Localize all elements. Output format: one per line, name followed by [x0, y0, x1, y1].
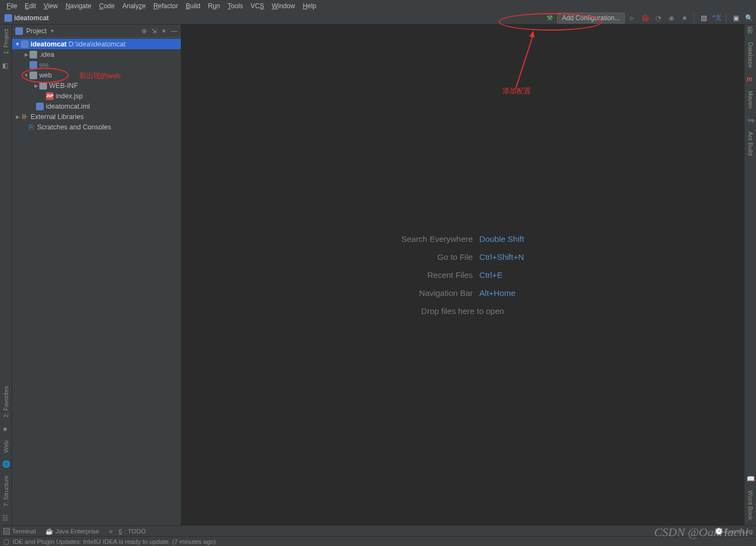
menu-build[interactable]: Build: [182, 1, 204, 11]
coverage-icon[interactable]: ◔: [652, 12, 664, 24]
locate-icon[interactable]: ⊕: [141, 27, 147, 35]
menu-window[interactable]: Window: [268, 1, 298, 11]
translate-icon[interactable]: ᴬ文: [711, 12, 723, 24]
bottom-tool-bar: Terminal ☕Java Enterprise 6: TODO 🕑 Even…: [0, 525, 756, 536]
menu-bar: File Edit View Navigate Code Analyze Ref…: [0, 0, 756, 11]
bottom-java-enterprise[interactable]: ☕Java Enterprise: [45, 527, 99, 535]
right-tab-wordbook[interactable]: Word Book: [747, 488, 754, 522]
bottom-eventlog[interactable]: 🕑 Event Log: [715, 527, 753, 535]
tree-label: WEB-INF: [49, 82, 78, 90]
project-structure-icon[interactable]: ▤: [698, 12, 710, 24]
right-tab-ant[interactable]: Ant Build: [747, 129, 754, 158]
profiler-icon[interactable]: ◉: [665, 12, 677, 24]
run-icon[interactable]: ▶: [626, 12, 638, 24]
expand-all-icon[interactable]: ⇲: [151, 27, 157, 35]
tree-webinf-folder[interactable]: ▶ WEB-INF: [12, 80, 181, 91]
jsp-icon: JSP: [46, 92, 54, 100]
tree-label: .idea: [39, 51, 54, 58]
star-icon: ★: [2, 425, 10, 433]
project-tool-window: Project ▼ ⊕ ⇲ ✶ — ▼ ideatomcat D:\idea\i…: [12, 25, 181, 525]
tree-root-name: ideatomcat: [31, 40, 67, 48]
tree-idea-folder[interactable]: ▶ .idea: [12, 49, 181, 60]
iml-icon: [36, 103, 44, 110]
tree-iml[interactable]: ideatomcat.iml: [12, 101, 181, 111]
tree-indexjsp[interactable]: JSP index.jsp: [12, 91, 181, 101]
hint-navbar-label: Navigation Bar: [401, 288, 473, 298]
menu-run[interactable]: Run: [205, 1, 223, 11]
tree-scratches[interactable]: ⎘ Scratches and Consoles: [12, 122, 181, 132]
project-view-icon: [15, 27, 23, 35]
build-icon[interactable]: ⚒: [544, 12, 556, 24]
status-message: IDE and Plugin Updates: IntelliJ IDEA is…: [13, 538, 216, 545]
folder-icon: [29, 72, 37, 79]
tree-label: src: [39, 61, 49, 69]
bottom-terminal[interactable]: Terminal: [3, 528, 36, 535]
editor-empty-state: Search Everywhere Double Shift Go to Fil…: [181, 25, 744, 525]
tree-label: ideatomcat.iml: [46, 103, 90, 110]
right-tab-database[interactable]: Database: [747, 40, 754, 70]
menu-file[interactable]: File: [3, 1, 20, 11]
menu-edit[interactable]: Edit: [21, 1, 39, 11]
list-icon: [109, 528, 113, 535]
stop-icon[interactable]: ■: [678, 12, 690, 24]
left-tab-favorites[interactable]: 2: Favorites: [3, 384, 9, 419]
menu-view[interactable]: View: [40, 1, 61, 11]
database-icon: 🗄: [747, 27, 754, 34]
left-tab-web[interactable]: Web: [3, 438, 9, 455]
tree-src-folder[interactable]: src: [12, 60, 181, 70]
status-bar: ▢ IDE and Plugin Updates: IntelliJ IDEA …: [0, 536, 756, 546]
tree-label: web: [39, 72, 52, 79]
tree-label: External Libraries: [31, 113, 84, 121]
menu-tools[interactable]: Tools: [225, 1, 246, 11]
left-tool-strip: 1: Project ◧ 2: Favorites ★ Web 🌐 7: Str…: [0, 25, 12, 525]
tree-label: Scratches and Consoles: [37, 123, 111, 131]
separator: [726, 13, 727, 23]
ide-settings-icon[interactable]: ▣: [730, 12, 742, 24]
breadcrumb-project[interactable]: ideatomcat: [14, 14, 49, 22]
maven-icon: m: [747, 75, 754, 83]
menu-navigate[interactable]: Navigate: [62, 1, 94, 11]
hint-navbar-key: Alt+Home: [480, 288, 524, 298]
menu-help[interactable]: Help: [299, 1, 320, 11]
globe-icon: 🌐: [2, 460, 10, 468]
hint-recent-label: Recent Files: [401, 270, 473, 280]
separator: [694, 13, 694, 23]
search-everywhere-icon[interactable]: 🔍: [743, 12, 755, 24]
chevron-down-icon[interactable]: ▼: [50, 28, 55, 34]
status-window-icon[interactable]: ▢: [3, 538, 9, 545]
project-folder-icon: [4, 14, 12, 22]
tree-web-folder[interactable]: ▼ web: [12, 70, 181, 80]
tree-external-libs[interactable]: ▶⊪ External Libraries: [12, 111, 181, 122]
terminal-icon: [3, 528, 10, 535]
project-view-title[interactable]: Project: [26, 27, 46, 35]
structure-icon: ☷: [2, 514, 10, 522]
debug-icon[interactable]: 🐞: [639, 12, 651, 24]
menu-analyze[interactable]: Analyze: [119, 1, 149, 11]
menu-code[interactable]: Code: [96, 1, 118, 11]
module-icon: [21, 40, 28, 48]
tree-root-path: D:\idea\ideatomcat: [68, 40, 125, 48]
bottom-todo[interactable]: 6: TODO: [109, 528, 146, 535]
folder-icon: [29, 51, 37, 58]
right-tab-maven[interactable]: Maven: [747, 88, 754, 111]
hint-search-key: Double Shift: [480, 234, 524, 244]
bottom-label: Event Log: [724, 528, 753, 535]
bottom-label: Terminal: [12, 528, 36, 535]
add-configuration-button[interactable]: Add Configuration...: [557, 13, 625, 23]
gear-icon[interactable]: ✶: [161, 27, 167, 35]
navigation-bar: ideatomcat ⚒ Add Configuration... ▶ 🐞 ◔ …: [0, 11, 756, 25]
hint-search-label: Search Everywhere: [401, 234, 473, 244]
hide-icon[interactable]: —: [171, 27, 178, 35]
folder-icon: [29, 61, 37, 69]
bookmark-icon[interactable]: ◧: [2, 62, 10, 69]
folder-icon: [39, 82, 47, 90]
menu-refactor[interactable]: Refactor: [150, 1, 181, 11]
hint-drop: Drop files here to open: [401, 306, 524, 316]
left-tab-structure[interactable]: 7: Structure: [3, 473, 9, 509]
java-icon: ☕: [45, 527, 53, 535]
project-tree[interactable]: ▼ ideatomcat D:\idea\ideatomcat ▶ .idea …: [12, 38, 181, 133]
menu-vcs[interactable]: VCS: [247, 1, 268, 11]
scratch-icon: ⎘: [27, 123, 35, 131]
tree-root[interactable]: ▼ ideatomcat D:\idea\ideatomcat: [12, 39, 181, 49]
left-tab-project[interactable]: 1: Project: [3, 27, 9, 56]
